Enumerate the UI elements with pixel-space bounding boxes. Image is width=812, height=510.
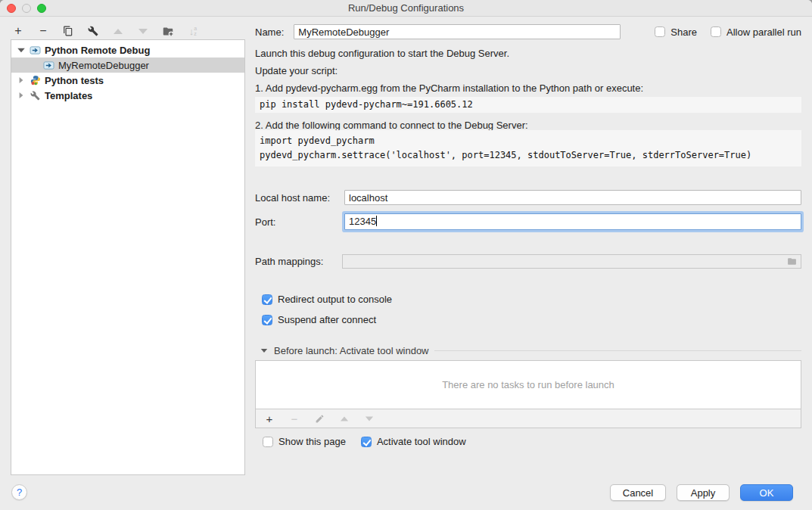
arrow-up-icon <box>341 416 348 421</box>
activate-tool-window-option: Activate tool window <box>361 436 466 447</box>
before-launch-header[interactable]: Before launch: Activate tool window <box>260 345 801 356</box>
path-mappings-input[interactable] <box>342 254 801 269</box>
minus-icon: − <box>291 412 298 425</box>
path-mappings-row: Path mappings: <box>255 254 801 269</box>
remove-task-button[interactable]: − <box>288 412 300 424</box>
help-button[interactable]: ? <box>11 484 27 500</box>
code-line-settrace: pydevd_pycharm.settrace('localhost', por… <box>260 148 797 163</box>
apply-button[interactable]: Apply <box>677 484 730 501</box>
cancel-button[interactable]: Cancel <box>610 484 666 501</box>
templates-wrench-icon <box>30 90 41 101</box>
path-mappings-label: Path mappings: <box>255 256 342 267</box>
plus-icon: + <box>14 24 21 38</box>
local-host-row: Local host name: <box>255 190 801 205</box>
allow-parallel-run-checkbox[interactable] <box>711 26 721 37</box>
python-tests-icon <box>30 75 41 86</box>
port-row: Port: 12345 <box>255 213 801 230</box>
wrench-icon <box>88 26 98 36</box>
run-config-icon <box>43 60 54 70</box>
help-icon: ? <box>17 487 22 498</box>
show-this-page-option: Show this page <box>263 436 346 447</box>
plus-icon: + <box>266 412 273 425</box>
local-host-input[interactable] <box>344 190 801 205</box>
redirect-output-checkbox[interactable] <box>262 294 272 305</box>
titlebar: Run/Debug Configurations <box>0 0 812 17</box>
tree-item-label: Python Remote Debug <box>45 45 150 56</box>
section-divider <box>434 350 801 351</box>
minus-icon: − <box>39 24 46 38</box>
folder-icon <box>786 257 798 266</box>
window-title: Run/Debug Configurations <box>0 0 812 17</box>
run-debug-configurations-dialog: Run/Debug Configurations + − ↓ az <box>0 0 812 510</box>
name-label: Name: <box>255 26 284 38</box>
instruction-launch: Launch this debug configuration to start… <box>255 48 801 60</box>
activate-tool-window-label[interactable]: Activate tool window <box>377 436 466 447</box>
expand-arrow-icon <box>20 77 23 83</box>
tree-item-templates[interactable]: Templates <box>11 88 244 103</box>
tree-item-myremotedebugger[interactable]: MyRemoteDebugger <box>11 58 244 73</box>
activate-tool-window-checkbox[interactable] <box>361 437 372 447</box>
empty-task-message: There are no tasks to run before launch <box>442 379 614 390</box>
page-options-row: Show this page Activate tool window <box>263 436 801 447</box>
add-task-button[interactable]: + <box>263 412 275 424</box>
tree-item-label: MyRemoteDebugger <box>58 60 149 71</box>
browse-button[interactable] <box>786 257 798 269</box>
port-value: 12345 <box>349 216 376 227</box>
expand-arrow-icon <box>20 92 23 98</box>
tree-item-label: Python tests <box>45 75 104 86</box>
copy-icon <box>63 26 73 36</box>
suspend-after-connect-label[interactable]: Suspend after connect <box>278 314 376 325</box>
move-task-down-button[interactable] <box>363 412 375 424</box>
allow-parallel-option: Allow parallel run <box>711 26 801 38</box>
code-line-import: import pydevd_pycharm <box>260 134 797 148</box>
allow-parallel-run-label[interactable]: Allow parallel run <box>726 26 801 38</box>
copy-configuration-button[interactable] <box>62 25 74 37</box>
arrow-down-icon <box>366 416 373 421</box>
before-launch-task-list[interactable]: There are no tasks to run before launch <box>255 360 801 409</box>
configurations-tree: Python Remote Debug MyRemoteDebugger Pyt… <box>11 39 245 475</box>
tree-item-python-remote-debug[interactable]: Python Remote Debug <box>11 42 244 58</box>
arrow-up-icon <box>114 29 123 34</box>
configuration-editor: Name: Share Allow parallel run Launch th… <box>255 17 801 471</box>
run-config-icon <box>30 45 41 55</box>
remove-configuration-button[interactable]: − <box>37 25 49 37</box>
ok-button[interactable]: OK <box>740 484 793 501</box>
text-caret <box>376 216 377 226</box>
redirect-output-option: Redirect output to console <box>262 294 801 305</box>
configurations-toolbar: + − ↓ az <box>12 23 199 39</box>
show-this-page-checkbox[interactable] <box>263 437 273 447</box>
share-label[interactable]: Share <box>670 26 697 38</box>
port-input[interactable]: 12345 <box>344 213 801 230</box>
settrace-code-block: import pydevd_pycharm pydevd_pycharm.set… <box>255 130 801 166</box>
new-folder-button[interactable] <box>162 25 174 37</box>
collapse-arrow-icon <box>261 349 267 353</box>
task-list-toolbar: + − <box>255 409 801 428</box>
share-option: Share <box>655 26 697 38</box>
instruction-step1: 1. Add pydevd-pycharm.egg from the PyCha… <box>255 82 801 95</box>
edit-task-button[interactable] <box>313 412 325 424</box>
redirect-output-label[interactable]: Redirect output to console <box>278 294 392 305</box>
show-this-page-label[interactable]: Show this page <box>278 436 346 447</box>
move-task-up-button[interactable] <box>338 412 350 424</box>
tree-item-label: Templates <box>45 90 92 101</box>
name-input[interactable] <box>294 24 621 39</box>
pip-install-command: pip install pydevd-pycharm~=191.6605.12 <box>255 97 801 113</box>
instruction-update: Update your script: <box>255 65 801 77</box>
local-host-label: Local host name: <box>255 192 344 204</box>
arrow-down-icon <box>138 29 148 34</box>
pencil-icon <box>315 414 325 424</box>
tree-item-python-tests[interactable]: Python tests <box>11 73 244 88</box>
suspend-after-connect-checkbox[interactable] <box>262 315 272 325</box>
add-configuration-button[interactable]: + <box>12 25 24 37</box>
suspend-after-connect-option: Suspend after connect <box>262 314 801 325</box>
sort-configurations-button[interactable]: ↓ az <box>187 25 199 37</box>
move-down-button[interactable] <box>137 25 149 37</box>
dialog-buttons: Cancel Apply OK <box>610 484 793 501</box>
collapse-arrow-icon <box>17 48 25 52</box>
before-launch-title: Before launch: Activate tool window <box>274 345 429 356</box>
edit-defaults-button[interactable] <box>87 25 99 37</box>
sort-alphabetically-icon: ↓ az <box>189 26 197 36</box>
share-checkbox[interactable] <box>655 26 665 37</box>
move-up-button[interactable] <box>112 25 124 37</box>
port-label: Port: <box>255 216 344 228</box>
